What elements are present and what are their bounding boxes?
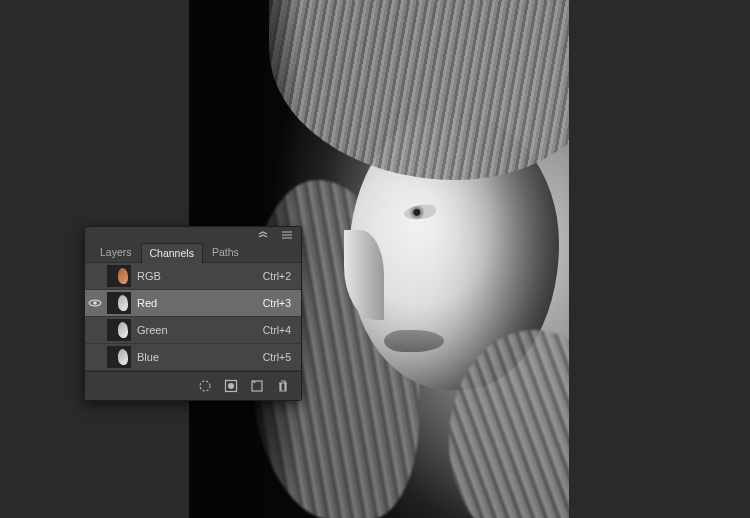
channel-name: Blue xyxy=(137,351,263,363)
channel-thumbnail xyxy=(107,265,131,287)
channel-shortcut: Ctrl+2 xyxy=(263,270,301,282)
svg-point-1 xyxy=(200,381,210,391)
channel-thumbnail xyxy=(107,292,131,314)
delete-channel-button[interactable] xyxy=(275,378,291,394)
panel-tabbar: LayersChannelsPaths xyxy=(85,242,301,263)
channel-name: Green xyxy=(137,324,263,336)
channel-thumbnail xyxy=(107,319,131,341)
save-selection-as-channel-button[interactable] xyxy=(223,378,239,394)
new-channel-button[interactable] xyxy=(249,378,265,394)
channels-list: RGBCtrl+2RedCtrl+3GreenCtrl+4BlueCtrl+5 xyxy=(85,263,301,371)
panel-footer xyxy=(85,371,301,400)
collapse-panel-icon[interactable] xyxy=(255,227,271,243)
channel-shortcut: Ctrl+4 xyxy=(263,324,301,336)
channels-panel: LayersChannelsPaths RGBCtrl+2RedCtrl+3Gr… xyxy=(84,226,302,401)
channel-shortcut: Ctrl+3 xyxy=(263,297,301,309)
channel-shortcut: Ctrl+5 xyxy=(263,351,301,363)
svg-point-3 xyxy=(228,383,234,389)
tab-paths[interactable]: Paths xyxy=(203,242,248,262)
channel-thumbnail xyxy=(107,346,131,368)
eye-icon xyxy=(88,298,102,308)
channel-row-green[interactable]: GreenCtrl+4 xyxy=(85,317,301,344)
channel-name: Red xyxy=(137,297,263,309)
channel-row-blue[interactable]: BlueCtrl+5 xyxy=(85,344,301,371)
channel-row-red[interactable]: RedCtrl+3 xyxy=(85,290,301,317)
load-channel-as-selection-button[interactable] xyxy=(197,378,213,394)
channel-row-rgb[interactable]: RGBCtrl+2 xyxy=(85,263,301,290)
visibility-toggle[interactable] xyxy=(85,298,105,308)
svg-point-0 xyxy=(93,301,97,305)
panel-menu-icon[interactable] xyxy=(279,227,295,243)
svg-rect-4 xyxy=(252,381,262,391)
tab-channels[interactable]: Channels xyxy=(141,243,203,263)
tab-layers[interactable]: Layers xyxy=(91,242,141,262)
channel-name: RGB xyxy=(137,270,263,282)
panel-header-controls xyxy=(85,227,301,242)
